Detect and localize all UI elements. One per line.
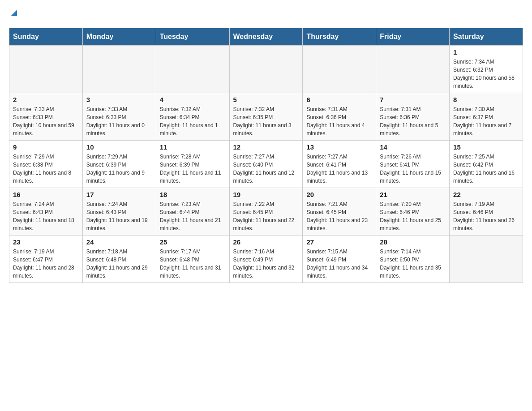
day-info: Sunrise: 7:33 AMSunset: 6:33 PMDaylight:…	[86, 105, 152, 137]
day-info: Sunrise: 7:33 AMSunset: 6:33 PMDaylight:…	[13, 105, 79, 137]
day-number: 26	[233, 238, 299, 246]
day-info: Sunrise: 7:31 AMSunset: 6:36 PMDaylight:…	[380, 105, 446, 137]
day-number: 20	[306, 191, 372, 198]
weekday-header-tuesday: Tuesday	[156, 28, 229, 46]
calendar-cell	[229, 46, 303, 93]
page-header	[9, 9, 523, 21]
day-info: Sunrise: 7:32 AMSunset: 6:34 PMDaylight:…	[160, 105, 226, 137]
day-info: Sunrise: 7:27 AMSunset: 6:40 PMDaylight:…	[233, 153, 299, 185]
day-number: 24	[86, 238, 152, 246]
day-info: Sunrise: 7:19 AMSunset: 6:47 PMDaylight:…	[13, 248, 79, 280]
weekday-header-wednesday: Wednesday	[229, 28, 303, 46]
calendar-cell: 21Sunrise: 7:20 AMSunset: 6:46 PMDayligh…	[376, 188, 450, 235]
day-number: 6	[306, 96, 372, 103]
day-number: 16	[13, 191, 79, 198]
calendar-cell: 2Sunrise: 7:33 AMSunset: 6:33 PMDaylight…	[9, 93, 83, 141]
calendar-cell: 15Sunrise: 7:25 AMSunset: 6:42 PMDayligh…	[450, 141, 523, 188]
day-number: 15	[453, 143, 519, 151]
day-info: Sunrise: 7:26 AMSunset: 6:41 PMDaylight:…	[380, 153, 446, 185]
day-info: Sunrise: 7:15 AMSunset: 6:49 PMDaylight:…	[306, 248, 372, 280]
calendar-week-row: 1Sunrise: 7:34 AMSunset: 6:32 PMDaylight…	[9, 46, 523, 93]
day-number: 10	[86, 143, 152, 151]
day-info: Sunrise: 7:21 AMSunset: 6:45 PMDaylight:…	[306, 200, 372, 232]
day-number: 27	[306, 238, 372, 246]
calendar-cell: 20Sunrise: 7:21 AMSunset: 6:45 PMDayligh…	[303, 188, 376, 235]
day-info: Sunrise: 7:23 AMSunset: 6:44 PMDaylight:…	[160, 200, 226, 232]
day-info: Sunrise: 7:28 AMSunset: 6:39 PMDaylight:…	[160, 153, 226, 185]
day-number: 18	[160, 191, 226, 198]
day-info: Sunrise: 7:19 AMSunset: 6:46 PMDaylight:…	[453, 200, 519, 232]
calendar-cell: 11Sunrise: 7:28 AMSunset: 6:39 PMDayligh…	[156, 141, 229, 188]
day-number: 25	[160, 238, 226, 246]
calendar-cell	[303, 46, 376, 93]
calendar-cell	[82, 46, 156, 93]
day-info: Sunrise: 7:27 AMSunset: 6:41 PMDaylight:…	[306, 153, 372, 185]
day-info: Sunrise: 7:16 AMSunset: 6:49 PMDaylight:…	[233, 248, 299, 280]
day-number: 21	[380, 191, 446, 198]
calendar-cell: 12Sunrise: 7:27 AMSunset: 6:40 PMDayligh…	[229, 141, 303, 188]
calendar-cell: 5Sunrise: 7:32 AMSunset: 6:35 PMDaylight…	[229, 93, 303, 141]
weekday-header-sunday: Sunday	[9, 28, 83, 46]
day-number: 9	[13, 143, 79, 151]
day-info: Sunrise: 7:24 AMSunset: 6:43 PMDaylight:…	[13, 200, 79, 232]
calendar-cell: 17Sunrise: 7:24 AMSunset: 6:43 PMDayligh…	[82, 188, 156, 235]
calendar-cell: 6Sunrise: 7:31 AMSunset: 6:36 PMDaylight…	[303, 93, 376, 141]
day-info: Sunrise: 7:34 AMSunset: 6:32 PMDaylight:…	[453, 58, 519, 90]
weekday-header-monday: Monday	[82, 28, 156, 46]
calendar-cell: 28Sunrise: 7:14 AMSunset: 6:50 PMDayligh…	[376, 235, 450, 283]
day-number: 3	[86, 96, 152, 103]
day-number: 17	[86, 191, 152, 198]
day-info: Sunrise: 7:17 AMSunset: 6:48 PMDaylight:…	[160, 248, 226, 280]
day-info: Sunrise: 7:25 AMSunset: 6:42 PMDaylight:…	[453, 153, 519, 185]
day-number: 4	[160, 96, 226, 103]
calendar-cell: 26Sunrise: 7:16 AMSunset: 6:49 PMDayligh…	[229, 235, 303, 283]
day-info: Sunrise: 7:18 AMSunset: 6:48 PMDaylight:…	[86, 248, 152, 280]
calendar-cell: 22Sunrise: 7:19 AMSunset: 6:46 PMDayligh…	[450, 188, 523, 235]
day-number: 13	[306, 143, 372, 151]
calendar-cell	[156, 46, 229, 93]
logo-triangle-icon	[9, 8, 19, 20]
weekday-header-saturday: Saturday	[450, 28, 523, 46]
calendar-cell: 27Sunrise: 7:15 AMSunset: 6:49 PMDayligh…	[303, 235, 376, 283]
day-info: Sunrise: 7:14 AMSunset: 6:50 PMDaylight:…	[380, 248, 446, 280]
day-number: 19	[233, 191, 299, 198]
logo	[9, 9, 19, 21]
calendar-cell: 9Sunrise: 7:29 AMSunset: 6:38 PMDaylight…	[9, 141, 83, 188]
calendar-table: SundayMondayTuesdayWednesdayThursdayFrid…	[9, 28, 523, 283]
day-info: Sunrise: 7:22 AMSunset: 6:45 PMDaylight:…	[233, 200, 299, 232]
day-info: Sunrise: 7:29 AMSunset: 6:39 PMDaylight:…	[86, 153, 152, 185]
day-info: Sunrise: 7:32 AMSunset: 6:35 PMDaylight:…	[233, 105, 299, 137]
day-number: 23	[13, 238, 79, 246]
weekday-header-friday: Friday	[376, 28, 450, 46]
calendar-cell: 3Sunrise: 7:33 AMSunset: 6:33 PMDaylight…	[82, 93, 156, 141]
calendar-week-row: 23Sunrise: 7:19 AMSunset: 6:47 PMDayligh…	[9, 235, 523, 283]
day-info: Sunrise: 7:29 AMSunset: 6:38 PMDaylight:…	[13, 153, 79, 185]
calendar-header-row: SundayMondayTuesdayWednesdayThursdayFrid…	[9, 28, 523, 46]
calendar-cell: 23Sunrise: 7:19 AMSunset: 6:47 PMDayligh…	[9, 235, 83, 283]
calendar-cell: 10Sunrise: 7:29 AMSunset: 6:39 PMDayligh…	[82, 141, 156, 188]
calendar-cell: 13Sunrise: 7:27 AMSunset: 6:41 PMDayligh…	[303, 141, 376, 188]
day-info: Sunrise: 7:31 AMSunset: 6:36 PMDaylight:…	[306, 105, 372, 137]
calendar-week-row: 2Sunrise: 7:33 AMSunset: 6:33 PMDaylight…	[9, 93, 523, 141]
day-info: Sunrise: 7:20 AMSunset: 6:46 PMDaylight:…	[380, 200, 446, 232]
svg-marker-0	[11, 10, 17, 16]
calendar-cell	[450, 235, 523, 283]
calendar-week-row: 9Sunrise: 7:29 AMSunset: 6:38 PMDaylight…	[9, 141, 523, 188]
calendar-week-row: 16Sunrise: 7:24 AMSunset: 6:43 PMDayligh…	[9, 188, 523, 235]
calendar-cell: 18Sunrise: 7:23 AMSunset: 6:44 PMDayligh…	[156, 188, 229, 235]
day-number: 1	[453, 48, 519, 56]
day-number: 22	[453, 191, 519, 198]
day-number: 5	[233, 96, 299, 103]
calendar-cell: 14Sunrise: 7:26 AMSunset: 6:41 PMDayligh…	[376, 141, 450, 188]
calendar-cell: 16Sunrise: 7:24 AMSunset: 6:43 PMDayligh…	[9, 188, 83, 235]
day-number: 28	[380, 238, 446, 246]
calendar-cell: 4Sunrise: 7:32 AMSunset: 6:34 PMDaylight…	[156, 93, 229, 141]
calendar-cell: 1Sunrise: 7:34 AMSunset: 6:32 PMDaylight…	[450, 46, 523, 93]
calendar-cell	[376, 46, 450, 93]
calendar-cell: 24Sunrise: 7:18 AMSunset: 6:48 PMDayligh…	[82, 235, 156, 283]
calendar-cell: 8Sunrise: 7:30 AMSunset: 6:37 PMDaylight…	[450, 93, 523, 141]
day-number: 2	[13, 96, 79, 103]
day-info: Sunrise: 7:30 AMSunset: 6:37 PMDaylight:…	[453, 105, 519, 137]
calendar-cell: 7Sunrise: 7:31 AMSunset: 6:36 PMDaylight…	[376, 93, 450, 141]
day-number: 11	[160, 143, 226, 151]
